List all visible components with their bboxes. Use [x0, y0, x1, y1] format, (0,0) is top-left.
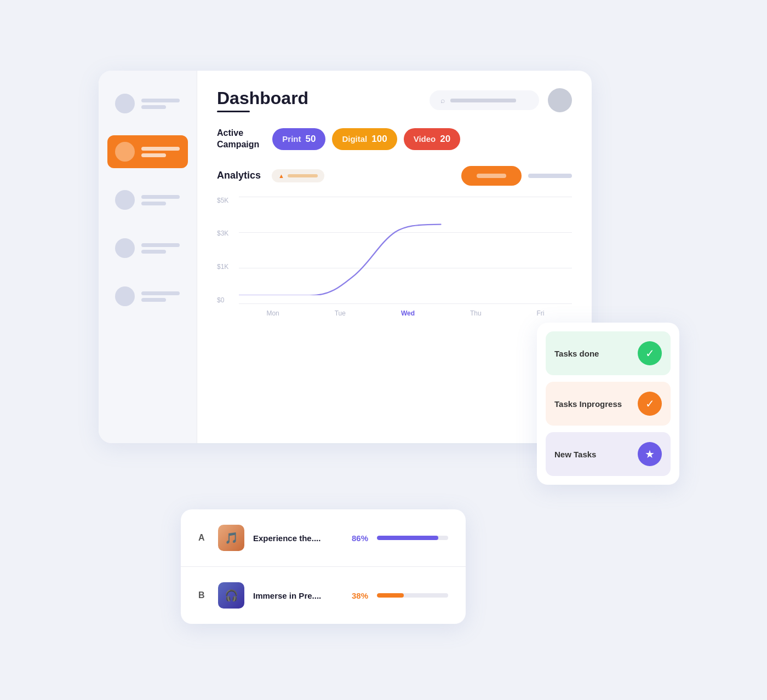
task-inprogress-label: Tasks Inprogress	[554, 399, 622, 409]
progress-fill-a	[377, 536, 438, 540]
sidebar	[99, 71, 197, 443]
analytics-controls-right	[461, 166, 572, 186]
sidebar-avatar-2	[115, 142, 135, 162]
list-row-a: A 🎵 Experience the.... 86%	[198, 525, 448, 551]
analytics-period-line	[528, 174, 572, 178]
progress-fill-b	[377, 593, 404, 598]
badge-digital-value: 100	[371, 134, 387, 145]
search-placeholder	[450, 99, 516, 102]
badge-video-label: Video	[414, 134, 436, 144]
campaign-section: ActiveCampaign Print 50 Digital 100 Vide…	[217, 128, 572, 151]
avatar[interactable]	[548, 88, 572, 112]
sidebar-line-short-3	[141, 202, 166, 205]
thumb-a: 🎵	[218, 525, 244, 551]
sidebar-line-long-2	[141, 147, 180, 151]
task-item-done[interactable]: Tasks done ✓	[546, 331, 671, 375]
thumb-a-icon: 🎵	[218, 525, 244, 551]
badge-digital-label: Digital	[342, 134, 367, 144]
x-label-thu: Thu	[470, 309, 482, 317]
sidebar-lines-1	[141, 99, 180, 109]
row-pct-b: 38%	[346, 591, 368, 600]
sidebar-avatar-5	[115, 286, 135, 306]
analytics-section: Analytics ▲	[217, 166, 572, 426]
main-dashboard-card: Dashboard ⌕ ActiveCampaign Print	[99, 71, 592, 443]
thumb-b-icon: 🎧	[218, 582, 244, 609]
analytics-title: Analytics	[217, 170, 261, 181]
x-label-mon: Mon	[266, 309, 279, 317]
sidebar-lines-2	[141, 147, 180, 157]
badge-video[interactable]: Video 20	[404, 128, 461, 150]
task-item-new[interactable]: New Tasks ★	[546, 432, 671, 476]
campaign-badges: Print 50 Digital 100 Video 20	[272, 128, 460, 150]
header-title-block: Dashboard	[217, 88, 308, 112]
badge-print-label: Print	[282, 134, 301, 144]
list-divider	[181, 566, 466, 567]
badge-video-value: 20	[440, 134, 450, 145]
sidebar-item-2-active[interactable]	[107, 135, 188, 168]
analytics-controls-left: ▲	[272, 169, 324, 182]
task-done-label: Tasks done	[554, 349, 599, 358]
row-title-b: Immerse in Pre....	[253, 591, 337, 600]
search-icon: ⌕	[440, 96, 445, 105]
page-title: Dashboard	[217, 88, 308, 108]
list-card: A 🎵 Experience the.... 86% B 🎧 Immerse i…	[181, 509, 466, 624]
analytics-filter-pill[interactable]: ▲	[272, 169, 324, 182]
list-row-b: B 🎧 Immerse in Pre.... 38%	[198, 582, 448, 609]
sidebar-item-3[interactable]	[107, 183, 188, 216]
row-title-a: Experience the....	[253, 533, 337, 543]
x-label-tue: Tue	[335, 309, 346, 317]
sidebar-item-5[interactable]	[107, 280, 188, 313]
badge-print[interactable]: Print 50	[272, 128, 325, 150]
sidebar-item-4[interactable]	[107, 232, 188, 265]
sidebar-avatar-4	[115, 238, 135, 258]
title-underline	[217, 111, 250, 112]
analytics-header-group: Analytics ▲	[217, 169, 324, 182]
badge-print-value: 50	[306, 134, 316, 145]
chart-main: Mon Tue Wed Thu Fri	[239, 197, 572, 317]
filter-pill-line	[288, 174, 318, 177]
analytics-period-button[interactable]	[461, 166, 522, 186]
row-pct-a: 86%	[346, 533, 368, 543]
sidebar-line-short-4	[141, 250, 166, 254]
sidebar-line-long-3	[141, 195, 180, 199]
x-label-wed: Wed	[401, 309, 415, 317]
sidebar-line-short	[141, 105, 166, 109]
task-inprogress-icon: ✓	[638, 392, 662, 416]
tasks-panel: Tasks done ✓ Tasks Inprogress ✓ New Task…	[537, 323, 679, 485]
sidebar-line-long	[141, 99, 180, 102]
progress-bar-b	[377, 593, 448, 598]
sidebar-line-short-2	[141, 153, 166, 157]
chart-svg	[239, 197, 572, 296]
sidebar-lines-4	[141, 243, 180, 254]
sidebar-line-long-5	[141, 291, 180, 295]
thumb-b: 🎧	[218, 582, 244, 609]
campaign-label: ActiveCampaign	[217, 128, 259, 151]
chart-x-labels: Mon Tue Wed Thu Fri	[239, 309, 572, 317]
chart-y-labels: $5K $3K $1K $0	[217, 197, 228, 317]
header: Dashboard ⌕	[217, 88, 572, 112]
sidebar-lines-3	[141, 195, 180, 205]
y-label-3k: $3K	[217, 229, 228, 237]
badge-digital[interactable]: Digital 100	[332, 128, 397, 150]
sidebar-avatar-1	[115, 94, 135, 113]
grid-line-4	[239, 303, 572, 304]
row-letter-b: B	[198, 590, 209, 600]
chart-area: $5K $3K $1K $0	[217, 197, 572, 317]
task-item-inprogress[interactable]: Tasks Inprogress ✓	[546, 382, 671, 426]
search-bar[interactable]: ⌕	[430, 90, 539, 110]
progress-bar-a	[377, 536, 448, 540]
sidebar-line-long-4	[141, 243, 180, 247]
header-right: ⌕	[430, 88, 572, 112]
row-letter-a: A	[198, 533, 209, 543]
analytics-header: Analytics ▲	[217, 166, 572, 186]
y-label-5k: $5K	[217, 197, 228, 204]
task-new-icon: ★	[638, 442, 662, 466]
main-content: Dashboard ⌕ ActiveCampaign Print	[197, 71, 592, 443]
task-new-label: New Tasks	[554, 450, 596, 459]
y-label-1k: $1K	[217, 263, 228, 271]
sidebar-lines-5	[141, 291, 180, 302]
sidebar-line-short-5	[141, 298, 166, 302]
sidebar-item-1[interactable]	[107, 87, 188, 120]
chevron-up-icon: ▲	[278, 173, 284, 179]
x-label-fri: Fri	[537, 309, 545, 317]
